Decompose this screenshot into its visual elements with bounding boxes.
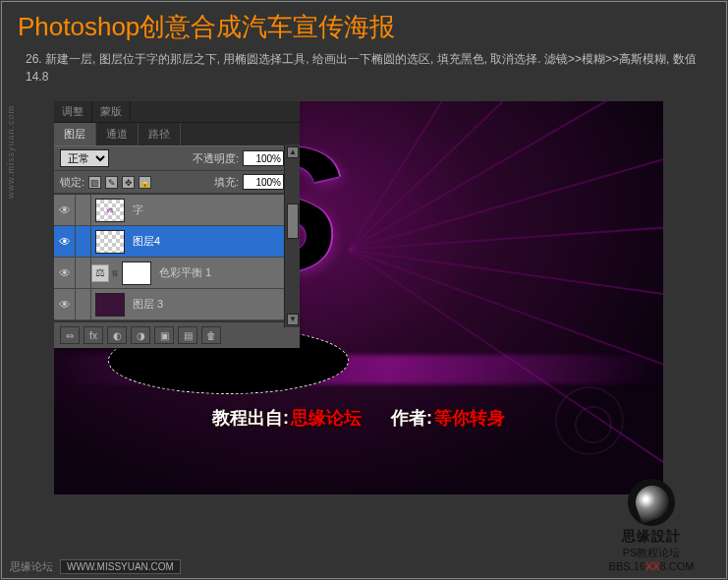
eye-icon[interactable]: 👁 (54, 258, 76, 289)
opacity-input[interactable] (243, 150, 284, 166)
blend-mode-select[interactable]: 正常 (60, 149, 109, 167)
layer-thumb[interactable] (95, 293, 125, 317)
watermark-block: 思缘設計 PS教程论坛 BBS.16XX8.COM (600, 479, 702, 572)
watermark-brand: 思缘設計 (600, 528, 702, 546)
layer-name[interactable]: 图层4 (129, 234, 285, 249)
fill-label: 填充: (214, 175, 239, 190)
page-title: Photoshop创意合成汽车宣传海报 (2, 2, 726, 50)
eye-icon[interactable]: 👁 (54, 226, 76, 258)
layer-name[interactable]: 字 (129, 203, 300, 217)
panel-main-tabs[interactable]: 图层 通道 路径 (54, 123, 300, 146)
eye-icon[interactable]: 👁 (54, 195, 76, 226)
credit-author-value: 等你转身 (434, 408, 505, 428)
layer-row[interactable]: 👁 图层4 ⊘ (54, 226, 300, 258)
trash-icon[interactable]: 🗑 (201, 326, 221, 344)
link-column[interactable] (76, 226, 91, 258)
link-layers-icon[interactable]: ⇔ (60, 326, 80, 344)
step-description: 26. 新建一层, 图层位于字的那层之下, 用椭圆选择工具, 给画出一下椭圆的选… (2, 50, 726, 93)
fx-icon[interactable]: fx (84, 326, 103, 344)
eye-icon[interactable]: 👁 (54, 289, 76, 320)
footer-site-cn: 思缘论坛 (10, 560, 53, 572)
opacity-label: 不透明度: (193, 151, 239, 166)
scroll-down-icon[interactable]: ▼ (287, 314, 299, 325)
layer-list[interactable]: 👁 vs 字 👁 图层4 ⊘ 👁 ⚖ 𐍃 (54, 194, 300, 321)
link-column[interactable] (76, 258, 91, 289)
fill-input[interactable] (243, 174, 284, 190)
tab-masks[interactable]: 蒙版 (92, 101, 131, 122)
tab-adjustments[interactable]: 调整 (54, 101, 92, 122)
lock-transparent-icon[interactable]: ▨ (88, 176, 101, 189)
credit-source-label: 教程出自: (212, 408, 289, 428)
layers-panel[interactable]: 调整 蒙版 图层 通道 路径 正常 不透明度: ▸ 锁定: ▨ ✎ (54, 101, 300, 348)
credit-line: 教程出自:思缘论坛 作者:等你转身 (54, 406, 663, 430)
credit-author-label: 作者: (391, 408, 432, 428)
lock-pixels-icon[interactable]: ✎ (105, 176, 118, 189)
lock-all-icon[interactable]: 🔒 (139, 176, 151, 189)
mask-link-icon[interactable]: 𐍃 (112, 266, 118, 279)
mask-icon[interactable]: ◐ (107, 326, 127, 344)
link-column[interactable] (76, 195, 91, 226)
layer-row[interactable]: 👁 vs 字 (54, 195, 300, 226)
tab-channels[interactable]: 通道 (96, 123, 139, 145)
credit-source-value: 思缘论坛 (291, 408, 362, 428)
link-column[interactable] (76, 289, 91, 320)
new-layer-icon[interactable]: ▤ (178, 326, 197, 344)
side-watermark: www.missyuan.com (6, 105, 16, 199)
watermark-forum: PS教程论坛 BBS.16XX8.COM (600, 546, 702, 572)
layer-thumb[interactable]: vs (95, 199, 125, 222)
footer-credit: 思缘论坛 WWW.MISSYUAN.COM (10, 559, 181, 574)
tab-paths[interactable]: 路径 (139, 123, 181, 145)
lock-label: 锁定: (60, 175, 84, 190)
mask-thumb[interactable] (122, 261, 151, 285)
layer-row[interactable]: 👁 图层 3 (54, 289, 300, 320)
adjustment-layer-icon[interactable]: ◑ (131, 326, 150, 344)
adjust-mask-tabs[interactable]: 调整 蒙版 (54, 101, 300, 123)
layer-name[interactable]: 图层 3 (129, 297, 300, 312)
lock-position-icon[interactable]: ✥ (122, 176, 135, 189)
adjustment-icon[interactable]: ⚖ (91, 264, 109, 282)
group-icon[interactable]: ▣ (154, 326, 174, 344)
tab-layers[interactable]: 图层 (54, 123, 96, 145)
layers-panel-footer[interactable]: ⇔ fx ◐ ◑ ▣ ▤ 🗑 (54, 321, 300, 348)
scroll-up-icon[interactable]: ▲ (287, 146, 299, 158)
logo-icon (628, 479, 675, 526)
tutorial-canvas: VS 教程出自:思缘论坛 作者:等你转身 调整 蒙版 图层 通道 路径 正常 不 (54, 101, 663, 494)
footer-site-url: WWW.MISSYUAN.COM (60, 559, 181, 574)
layer-thumb[interactable] (95, 230, 125, 254)
layer-row[interactable]: 👁 ⚖ 𐍃 色彩平衡 1 (54, 258, 300, 289)
scroll-thumb[interactable] (287, 203, 299, 239)
layer-name[interactable]: 色彩平衡 1 (155, 265, 300, 280)
layers-scrollbar[interactable]: ▲ ▼ (284, 145, 300, 327)
